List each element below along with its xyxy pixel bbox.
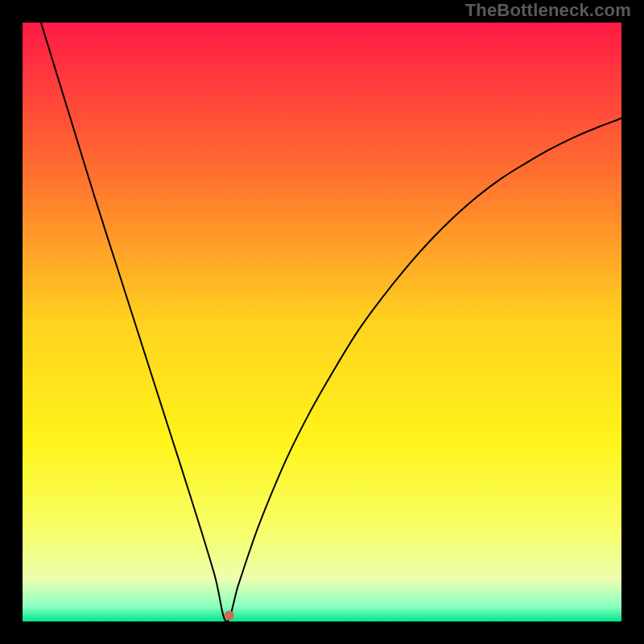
optimum-marker — [225, 611, 234, 621]
chart-frame: TheBottleneck.com — [0, 0, 644, 644]
gradient-background — [23, 23, 621, 621]
chart-svg — [23, 23, 621, 621]
attribution-label: TheBottleneck.com — [465, 0, 631, 21]
plot-area — [23, 23, 621, 621]
